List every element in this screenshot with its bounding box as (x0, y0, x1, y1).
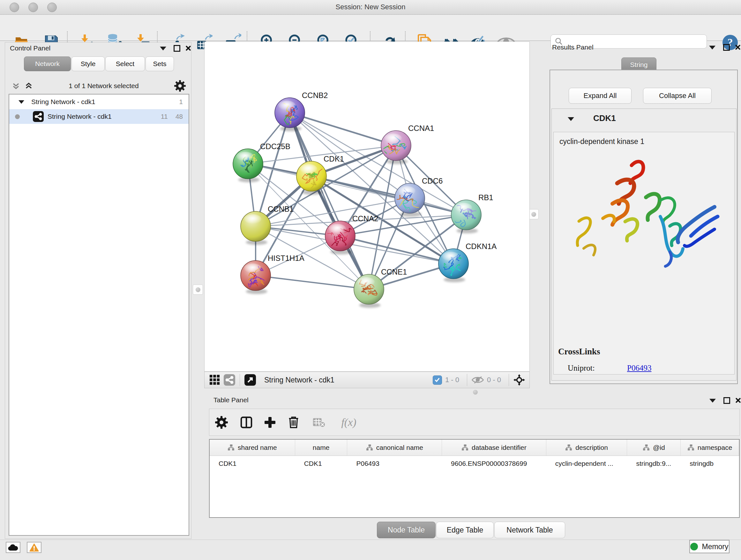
network-edge-CCNB2-CCNE1[interactable] (290, 113, 369, 289)
memory-label: Memory (702, 543, 728, 551)
tab-style[interactable]: Style (71, 57, 105, 71)
gene-section: CDK1 cyclin-dependent kinase 1 (551, 109, 737, 381)
show-columns-icon[interactable] (238, 414, 255, 431)
float-panel-icon[interactable] (724, 397, 730, 404)
network-edge-CCNA2-CDKN1A[interactable] (340, 236, 454, 264)
table-cell[interactable]: stringdb (681, 460, 739, 468)
network-node-CCNA1[interactable]: CCNA1 (381, 124, 434, 164)
collapse-all-networks-icon[interactable] (11, 81, 21, 91)
delete-column-trash-icon[interactable] (285, 414, 302, 431)
gene-symbol: CDK1 (593, 113, 616, 123)
selected-indicator-checkbox[interactable] (433, 375, 442, 385)
column-label: database identifier (472, 444, 527, 451)
collapse-all-button[interactable]: Collapse All (643, 88, 712, 104)
table-row[interactable]: CDK1CDK1P064939606.ENSP00000378699cyclin… (210, 456, 739, 471)
show-grid-icon[interactable] (209, 374, 220, 386)
column-header-description[interactable]: description (546, 440, 627, 455)
memory-button[interactable]: Memory (689, 540, 730, 553)
crosslink-link[interactable]: P06493 (627, 364, 651, 373)
network-edge-count: 48 (176, 113, 183, 120)
network-options-gear-icon[interactable] (174, 80, 186, 92)
panel-menu-icon[interactable] (160, 47, 166, 51)
detach-view-icon[interactable] (245, 374, 256, 386)
tab-select[interactable]: Select (105, 57, 145, 71)
column-header-namespace[interactable]: namespace (681, 440, 739, 455)
panel-menu-icon[interactable] (710, 399, 716, 402)
network-row[interactable]: String Network - cdk1 11 48 (9, 109, 189, 124)
table-cell[interactable]: CDK1 (295, 460, 347, 468)
string-results-box: Expand All Collapse All CDK1 cyclin-depe… (549, 70, 738, 384)
column-header-@id[interactable]: @id (627, 440, 681, 455)
close-panel-icon[interactable] (185, 45, 191, 51)
column-label: description (576, 444, 608, 451)
results-panel: Results Panel String Expand All Collapse… (544, 42, 741, 391)
panel-menu-icon[interactable] (709, 46, 716, 50)
control-panel: Control Panel Network Style Select Sets … (5, 42, 192, 539)
collection-expander-icon[interactable] (18, 100, 24, 104)
bottom-splitter-handle[interactable] (473, 390, 478, 395)
warning-icon (29, 543, 39, 552)
float-panel-icon[interactable] (723, 44, 730, 51)
network-edge-HIST1H1A-CCNE1[interactable] (256, 275, 369, 289)
tab-network-table[interactable]: Network Table (494, 522, 565, 538)
cloud-status-button[interactable] (6, 542, 20, 553)
table-cell[interactable]: 9606.ENSP00000378699 (442, 460, 546, 468)
table-cell[interactable]: stringdb:9... (627, 460, 681, 468)
delete-table-icon[interactable] (310, 414, 328, 431)
network-node-CDC25B[interactable]: CDC25B (233, 142, 290, 182)
column-label: canonical name (376, 444, 423, 451)
network-node-label: CCNA2 (352, 214, 378, 223)
tree-column-icon (366, 444, 373, 451)
network-status-dot (15, 114, 20, 119)
fit-content-crosshair-icon[interactable] (514, 374, 525, 386)
float-panel-icon[interactable] (174, 45, 180, 52)
tab-network[interactable]: Network (24, 57, 71, 71)
tab-node-table[interactable]: Node Table (377, 522, 435, 538)
results-panel-title: Results Panel (552, 44, 594, 51)
network-node-HIST1H1A[interactable]: HIST1H1A (241, 254, 305, 294)
network-node-CDKN1A[interactable]: CDKN1A (439, 242, 496, 282)
table-options-gear-icon[interactable] (212, 414, 230, 431)
network-node-RB1[interactable]: RB1 (451, 193, 493, 233)
column-header-database-identifier[interactable]: database identifier (442, 440, 546, 455)
right-splitter-handle[interactable] (529, 209, 539, 219)
table-cell[interactable]: P06493 (347, 460, 442, 468)
tab-edge-table[interactable]: Edge Table (436, 522, 494, 538)
expand-all-networks-icon[interactable] (24, 81, 33, 91)
column-header-name[interactable]: name (295, 440, 347, 455)
close-panel-icon[interactable] (734, 44, 741, 51)
table-cell[interactable]: cyclin-dependent ... (546, 460, 627, 468)
add-column-icon[interactable] (261, 414, 279, 431)
title-bar: Session: New Session (0, 0, 741, 15)
gene-section-expander-icon[interactable] (568, 117, 574, 121)
expand-all-button[interactable]: Expand All (569, 88, 631, 104)
selected-nodes-edges-count: 1 - 0 (445, 376, 459, 384)
network-view-type-icon[interactable] (224, 374, 235, 386)
network-node-label: CDC25B (260, 142, 290, 151)
close-panel-icon[interactable] (735, 397, 741, 403)
table-toolbar: f(x) (209, 409, 740, 436)
network-collection-row[interactable]: String Network - cdk1 1 (9, 95, 189, 109)
tree-column-icon (643, 444, 650, 451)
network-view-toolbar: String Network - cdk1 1 - 0 0 - 0 (204, 372, 530, 388)
table-panel: Table Panel f(x) shared namenamecanonica… (209, 395, 741, 540)
network-view-canvas[interactable]: CCNB2CCNA1CDC25BCDK1CDC6RB1CCNB1CCNA2CDK… (204, 42, 530, 372)
tab-sets[interactable]: Sets (145, 57, 174, 71)
main-toolbar: ? (0, 15, 741, 41)
window-title: Session: New Session (0, 3, 741, 11)
column-header-shared-name[interactable]: shared name (210, 440, 295, 455)
table-cell[interactable]: CDK1 (210, 460, 295, 468)
column-header-canonical-name[interactable]: canonical name (347, 440, 442, 455)
network-node-CCNB2[interactable]: CCNB2 (275, 91, 328, 131)
view-network-name: String Network - cdk1 (264, 376, 334, 384)
warnings-button[interactable] (27, 542, 42, 553)
cytoscape-window: Session: New Session (0, 0, 741, 560)
apply-function-button[interactable]: f(x) (334, 414, 363, 431)
memory-status-dot (690, 543, 698, 550)
network-edge-CCNB2-CCNA1[interactable] (290, 113, 396, 145)
protein-structure-image (564, 152, 731, 274)
crosslink-label: Uniprot: (554, 364, 627, 373)
toolbar-separator (240, 374, 240, 386)
left-splitter-handle[interactable] (193, 285, 203, 295)
column-label: namespace (697, 444, 732, 451)
